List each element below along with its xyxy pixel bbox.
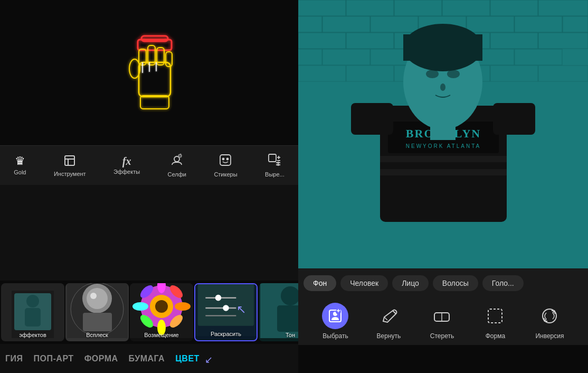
svg-point-49 (215, 295, 222, 301)
svg-point-40 (132, 302, 148, 311)
effect-thumb-3 (130, 283, 193, 338)
effect-strip: эффектов Всплеск (0, 281, 298, 344)
steret-icon-circle (429, 303, 455, 329)
photo-svg: BROOKLYN NEWYORK ATLANTA (298, 0, 588, 268)
stickers-icon (219, 153, 232, 169)
effects-label: Эффекты (113, 169, 140, 175)
cat-forma[interactable]: ФОРМА (84, 354, 118, 363)
svg-rect-102 (493, 103, 535, 135)
toolbar-gold[interactable]: ♛ Gold (10, 152, 30, 179)
left-panel: ♛ Gold Инструмент fx Эффекты (0, 0, 298, 373)
filter-volosy[interactable]: Волосы (433, 275, 478, 291)
svg-point-16 (178, 154, 182, 157)
svg-point-41 (175, 302, 191, 311)
effect-item-vozmesh[interactable]: Возмещение (130, 283, 193, 341)
vernut-label: Вернуть (377, 332, 401, 340)
svg-rect-27 (25, 308, 41, 327)
cat-fantasia[interactable]: ГИЯ (5, 354, 23, 363)
cutout-label: Выре... (265, 171, 284, 178)
vybrat-icon (328, 309, 343, 323)
svg-rect-47 (198, 283, 254, 326)
forma-icon (486, 306, 505, 325)
filter-fon[interactable]: Фон (304, 275, 336, 291)
selfi-icon (170, 153, 184, 169)
effect-label-effects: эффектов (1, 332, 64, 338)
steret-label: Стереть (430, 332, 454, 340)
vybrat-label: Выбрать (323, 332, 348, 340)
filter-chelovek[interactable]: Человек (340, 275, 388, 291)
forma-icon-circle (482, 303, 508, 329)
toolbar-instrument[interactable]: Инструмент (50, 151, 90, 180)
svg-line-107 (384, 317, 387, 320)
action-vybrat[interactable]: Выбрать (322, 303, 348, 340)
effect-label-vsplesh: Всплеск (65, 332, 129, 338)
toolbar-stickers[interactable]: Стикеры (210, 150, 241, 181)
svg-rect-100 (403, 34, 482, 61)
inversiya-icon-circle (536, 303, 563, 329)
action-vernut[interactable]: Вернуть (375, 303, 402, 340)
vernut-icon-circle (375, 303, 402, 329)
effect-label-vozmesh: Возмещение (130, 332, 193, 338)
photo-area: BROOKLYN NEWYORK ATLANTA (298, 0, 588, 268)
svg-point-37 (155, 300, 168, 313)
empty-area (0, 185, 298, 281)
svg-text:NEWYORK ATLANTA: NEWYORK ATLANTA (406, 143, 481, 149)
stickers-label: Стикеры (214, 171, 237, 178)
toolbar-selfi[interactable]: Селфи (164, 150, 191, 181)
vybrat-icon-circle (322, 303, 348, 329)
inversiya-icon (540, 306, 559, 325)
toolbar-cutout[interactable]: Выре... (261, 150, 289, 181)
svg-rect-56 (277, 305, 299, 332)
cat-bumaga[interactable]: БУМАГА (129, 354, 165, 363)
effect-item-vsplesh[interactable]: Всплеск (65, 283, 129, 341)
cat-popart[interactable]: ПОП-АРТ (34, 354, 74, 363)
cursor-tsvet: ↙ (205, 354, 213, 366)
effect-thumb-5 (260, 283, 299, 338)
effect-thumb-4 (195, 283, 257, 337)
effects-icon: fx (122, 156, 131, 166)
neon-hand-svg (97, 20, 202, 126)
action-forma[interactable]: Форма (482, 303, 508, 340)
filter-litso[interactable]: Лицо (392, 275, 429, 291)
effect-thumb-2 (67, 283, 128, 338)
forma-label: Форма (486, 332, 505, 340)
action-steret[interactable]: Стереть (429, 303, 455, 340)
svg-point-98 (440, 83, 445, 91)
toolbar-row: ♛ Gold Инструмент fx Эффекты (0, 145, 298, 185)
svg-rect-20 (269, 154, 276, 162)
instrument-icon (63, 154, 76, 169)
effect-label-ton: Тон (259, 332, 298, 338)
svg-rect-6 (166, 52, 172, 67)
svg-rect-32 (83, 313, 112, 331)
filter-golo[interactable]: Голо... (482, 275, 524, 291)
action-row: Выбрать Вернуть Стереть (298, 297, 588, 345)
toolbar-effects[interactable]: fx Эффекты (109, 153, 144, 178)
cat-tsvet[interactable]: ЦВЕТ (175, 354, 200, 363)
svg-rect-94 (380, 169, 507, 175)
svg-point-18 (223, 158, 224, 160)
svg-point-51 (223, 305, 229, 311)
effect-label-raskrasit: Раскрасить (195, 331, 257, 337)
svg-rect-12 (65, 156, 74, 165)
instrument-label: Инструмент (54, 171, 86, 177)
effect-item-ton[interactable]: Тон (259, 283, 298, 341)
action-inversiya[interactable]: Инверсия (535, 303, 564, 340)
cutout-icon (268, 153, 281, 169)
selfi-label: Селфи (168, 171, 186, 178)
steret-icon (432, 306, 451, 325)
effect-item-raskrasit[interactable]: ↖ Раскрасить (194, 283, 258, 341)
svg-rect-8 (140, 96, 169, 109)
canvas-area (0, 0, 298, 145)
svg-rect-93 (380, 156, 507, 162)
vernut-icon (379, 306, 398, 325)
svg-rect-17 (220, 155, 231, 165)
inversiya-label: Инверсия (535, 332, 564, 340)
svg-point-30 (87, 288, 108, 309)
svg-rect-110 (488, 309, 502, 323)
svg-point-19 (227, 158, 229, 160)
effect-item-effects[interactable]: эффектов (1, 283, 64, 341)
effect-thumb-1 (12, 291, 54, 338)
right-panel: BROOKLYN NEWYORK ATLANTA Фон Че (298, 0, 588, 373)
svg-point-26 (26, 295, 39, 307)
svg-rect-101 (351, 103, 393, 135)
